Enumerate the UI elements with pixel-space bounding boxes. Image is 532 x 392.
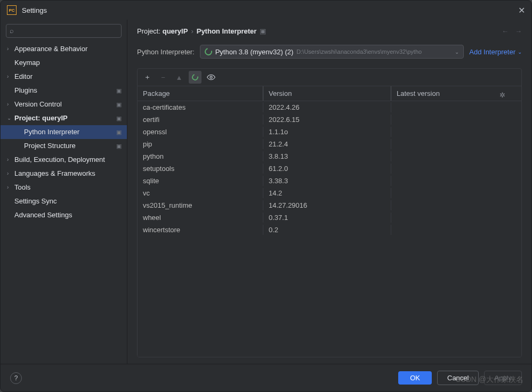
table-row[interactable]: sqlite3.38.3 xyxy=(138,175,521,187)
tree-item-settings-sync[interactable]: Settings Sync xyxy=(1,194,127,208)
interpreter-name: Python 3.8 (myenv32) (2) xyxy=(215,48,294,56)
table-row[interactable]: wincertstore0.2 xyxy=(138,224,521,236)
cell-package: wincertstore xyxy=(138,225,263,235)
chevron-down-icon: ⌄ xyxy=(518,49,522,55)
cell-package: python xyxy=(138,151,263,161)
python-ring-icon xyxy=(191,73,199,81)
python-ring-icon xyxy=(203,46,213,56)
search-input[interactable] xyxy=(6,24,122,38)
cell-latest xyxy=(391,139,521,149)
close-icon[interactable]: ✕ xyxy=(518,5,525,15)
apply-button: Apply xyxy=(484,371,522,385)
tree-item-languages[interactable]: ›Languages & Frameworks xyxy=(1,167,127,181)
cell-latest xyxy=(391,127,521,137)
dialog-footer: ? OK Cancel Apply xyxy=(1,364,531,391)
breadcrumb: Project: queryIP › Python Interpreter ▣ … xyxy=(137,20,522,45)
table-row[interactable]: openssl1.1.1o xyxy=(138,126,521,138)
cell-package: sqlite xyxy=(138,176,263,186)
tree-item-vcs[interactable]: ›Version Control▣ xyxy=(1,97,127,111)
cell-version: 2022.4.26 xyxy=(263,102,391,112)
project-marker-icon: ▣ xyxy=(116,113,122,123)
tree-item-python-interpreter[interactable]: Python Interpreter▣ xyxy=(1,125,127,139)
remove-package-button: − xyxy=(157,71,170,84)
cell-latest xyxy=(391,200,521,210)
packages-header: Package Version Latest version xyxy=(138,86,521,101)
breadcrumb-project[interactable]: Project: queryIP xyxy=(137,27,188,35)
table-row[interactable]: vc14.2 xyxy=(138,187,521,199)
table-row[interactable]: setuptools61.2.0 xyxy=(138,162,521,175)
add-package-button[interactable]: ＋ xyxy=(141,71,154,84)
chevron-right-icon: › xyxy=(7,183,14,192)
table-row[interactable]: certifi2022.6.15 xyxy=(138,113,521,126)
interpreter-label: Python Interpreter: xyxy=(137,48,195,56)
tree-item-build[interactable]: ›Build, Execution, Deployment xyxy=(1,153,127,167)
cell-package: wheel xyxy=(138,213,263,223)
table-row[interactable]: python3.8.13 xyxy=(138,150,521,162)
cell-latest xyxy=(391,164,521,174)
header-package[interactable]: Package xyxy=(138,86,263,101)
cell-version: 3.38.3 xyxy=(263,176,391,186)
ok-button[interactable]: OK xyxy=(398,371,432,385)
interpreter-select[interactable]: Python 3.8 (myenv32) (2) D:\Users\zwshi\… xyxy=(200,45,464,59)
cell-latest xyxy=(391,151,521,161)
chevron-right-icon: › xyxy=(7,169,14,178)
header-version[interactable]: Version xyxy=(263,86,391,101)
tree-item-advanced[interactable]: Advanced Settings xyxy=(1,208,127,222)
app-icon: PC xyxy=(7,5,17,15)
tree-item-appearance[interactable]: ›Appearance & Behavior xyxy=(1,42,127,56)
project-marker-icon: ▣ xyxy=(116,86,122,95)
svg-point-0 xyxy=(210,76,212,78)
add-interpreter-link[interactable]: Add Interpreter ⌄ xyxy=(469,48,522,56)
packages-panel: ＋ − ▲ Package Version Latest version ca-… xyxy=(137,68,522,357)
cell-latest xyxy=(391,102,521,112)
table-row[interactable]: vs2015_runtime14.27.29016 xyxy=(138,199,521,211)
project-marker-icon: ▣ xyxy=(116,127,122,137)
tree-item-project[interactable]: ⌄Project: queryIP▣ xyxy=(1,111,127,125)
content-panel: Project: queryIP › Python Interpreter ▣ … xyxy=(127,20,531,364)
cell-latest xyxy=(391,225,521,235)
cell-latest xyxy=(391,176,521,186)
cell-version: 14.27.29016 xyxy=(263,200,391,210)
table-row[interactable]: wheel0.37.1 xyxy=(138,211,521,224)
cell-package: vc xyxy=(138,188,263,198)
chevron-right-icon: › xyxy=(7,72,14,81)
project-marker-icon: ▣ xyxy=(116,141,122,151)
tree-item-plugins[interactable]: Plugins▣ xyxy=(1,84,127,97)
cell-version: 1.1.1o xyxy=(263,127,391,137)
packages-body[interactable]: ca-certificates2022.4.26certifi2022.6.15… xyxy=(138,101,521,357)
chevron-down-icon: ⌄ xyxy=(455,49,459,55)
tree-item-editor[interactable]: ›Editor xyxy=(1,70,127,84)
chevron-right-icon: › xyxy=(7,155,14,165)
cell-latest xyxy=(391,188,521,198)
tree-item-tools[interactable]: ›Tools xyxy=(1,181,127,194)
conda-button[interactable] xyxy=(189,71,201,84)
chevron-right-icon: › xyxy=(7,100,14,109)
cell-package: openssl xyxy=(138,127,263,137)
table-row[interactable]: pip21.2.4 xyxy=(138,138,521,150)
packages-toolbar: ＋ − ▲ xyxy=(138,69,521,86)
show-early-releases-button[interactable] xyxy=(205,71,217,84)
breadcrumb-separator-icon: › xyxy=(191,27,193,35)
chevron-right-icon: › xyxy=(7,44,14,54)
tree-item-project-structure[interactable]: Project Structure▣ xyxy=(1,139,127,153)
cell-package: setuptools xyxy=(138,164,263,174)
eye-icon xyxy=(207,73,215,81)
tree-item-keymap[interactable]: Keymap xyxy=(1,56,127,70)
cell-version: 21.2.4 xyxy=(263,139,391,149)
nav-forward-icon[interactable]: → xyxy=(515,27,522,35)
cell-version: 0.2 xyxy=(263,225,391,235)
cell-package: pip xyxy=(138,139,263,149)
cell-version: 3.8.13 xyxy=(263,151,391,161)
cell-package: ca-certificates xyxy=(138,102,263,112)
help-button[interactable]: ? xyxy=(10,372,22,384)
loading-spinner-icon: ✲ xyxy=(499,91,505,99)
cell-version: 14.2 xyxy=(263,188,391,198)
cell-version: 0.37.1 xyxy=(263,213,391,223)
cancel-button[interactable]: Cancel xyxy=(437,371,479,385)
project-marker-icon: ▣ xyxy=(260,27,266,35)
window-title: Settings xyxy=(22,6,518,14)
nav-back-icon[interactable]: ← xyxy=(502,27,509,35)
interpreter-path: D:\Users\zwshi\anaconda3\envs\myenv32\py… xyxy=(296,48,453,55)
table-row[interactable]: ca-certificates2022.4.26 xyxy=(138,101,521,113)
settings-dialog: PC Settings ✕ ⌕ ›Appearance & Behavior K… xyxy=(0,0,532,392)
